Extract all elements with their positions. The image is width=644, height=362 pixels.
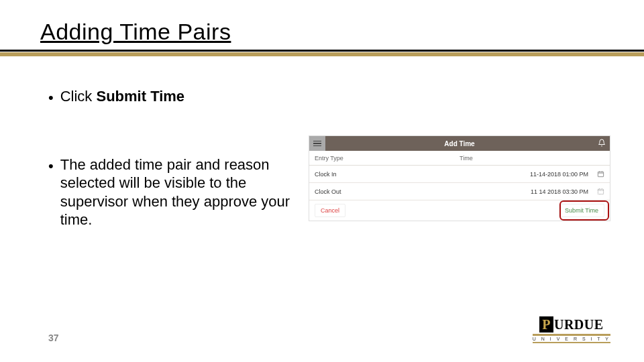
svg-rect-0: [598, 172, 603, 176]
logo-wordmark: PURDUE: [533, 317, 610, 333]
title-block: Adding Time Pairs: [40, 19, 604, 45]
app-title: Add Time: [444, 140, 474, 147]
app-screenshot: Add Time Entry Type Time Clock In 11-14-…: [309, 135, 610, 221]
purdue-logo: PURDUE U N I V E R S I T Y: [533, 317, 610, 343]
header-entry-type: Entry Type: [315, 155, 460, 162]
slide: Adding Time Pairs • Click Submit Time • …: [0, 0, 644, 362]
logo-rest: URDUE: [554, 317, 604, 332]
clock-in-row[interactable]: Clock In 11-14-2018 01:00 PM: [309, 166, 610, 183]
logo-p: P: [539, 316, 553, 333]
clock-in-value: 11-14-2018 01:00 PM: [498, 171, 592, 178]
bullet-dot: •: [48, 157, 54, 176]
logo-subtitle: U N I V E R S I T Y: [533, 337, 610, 341]
calendar-icon[interactable]: [592, 188, 604, 195]
title-underline: [0, 50, 644, 52]
bell-icon[interactable]: [598, 139, 606, 147]
slide-title: Adding Time Pairs: [40, 19, 604, 45]
gold-accent-rule: [0, 52, 644, 56]
page-number: 37: [48, 333, 59, 343]
bullet-1: • Click Submit Time: [48, 87, 617, 107]
bullet-1-bold: Submit Time: [96, 88, 184, 105]
app-titlebar: Add Time: [309, 136, 610, 151]
bullet-dot: •: [48, 88, 54, 107]
hamburger-icon[interactable]: [309, 136, 325, 151]
bullet-1-prefix: Click: [60, 88, 97, 105]
bullet-1-text: Click Submit Time: [60, 87, 184, 106]
logo-rule: [533, 342, 610, 343]
clock-out-value: 11 14 2018 03:30 PM: [498, 188, 592, 195]
header-time: Time: [460, 155, 604, 162]
app-header-row: Entry Type Time: [309, 151, 610, 166]
logo-rule: [533, 334, 610, 336]
bullet-2-text: The added time pair and reason selected …: [60, 156, 302, 229]
calendar-icon[interactable]: [592, 170, 604, 178]
clock-out-label: Clock Out: [315, 188, 498, 195]
svg-rect-1: [598, 189, 603, 194]
action-row: Cancel Submit Time: [309, 200, 610, 221]
submit-time-button[interactable]: Submit Time: [559, 204, 604, 217]
clock-out-row[interactable]: Clock Out 11 14 2018 03:30 PM: [309, 183, 610, 200]
clock-in-label: Clock In: [315, 171, 498, 178]
cancel-button[interactable]: Cancel: [315, 204, 345, 217]
